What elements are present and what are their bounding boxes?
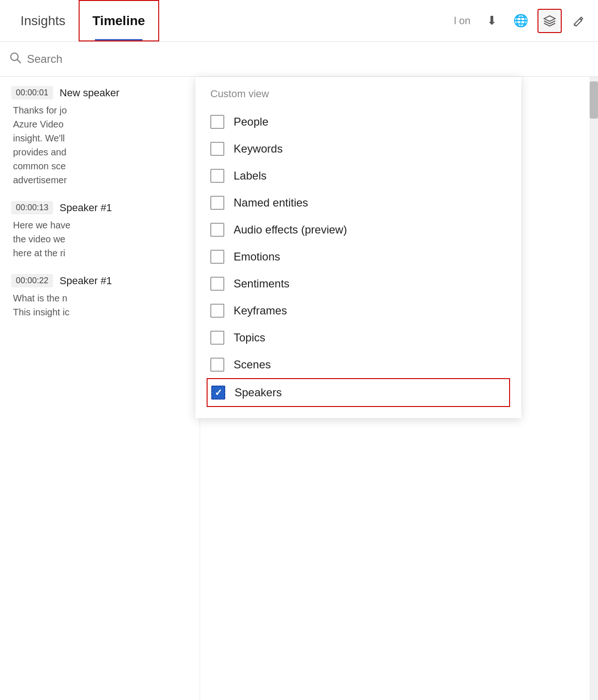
header-text: l on (454, 15, 470, 27)
custom-view-item-scenes[interactable]: Scenes (210, 351, 506, 378)
search-icon (9, 52, 21, 67)
checkbox-label-labels: Labels (234, 169, 267, 182)
checkbox-label-scenes: Scenes (234, 358, 271, 371)
tab-bar: Insights Timeline l on ⬇ 🌐 (0, 0, 598, 42)
layers-icon[interactable] (538, 9, 562, 33)
speaker-label: 00:00:22 Speaker #1 (11, 274, 188, 287)
timeline-panel: 00:00:01 New speaker Thanks for joAzure … (0, 77, 200, 700)
svg-line-2 (17, 60, 20, 63)
custom-view-item-keywords[interactable]: Keywords (210, 135, 506, 162)
checkbox-speakers[interactable] (211, 386, 225, 400)
download-icon[interactable]: ⬇ (480, 9, 504, 33)
checkbox-label-speakers: Speakers (235, 386, 282, 399)
custom-view-item-emotions[interactable]: Emotions (210, 243, 506, 270)
custom-view-item-people[interactable]: People (210, 108, 506, 135)
custom-view-item-keyframes[interactable]: Keyframes (210, 297, 506, 324)
checkbox-label-topics: Topics (234, 331, 265, 344)
timestamp: 00:00:22 (11, 274, 53, 287)
checkbox-topics[interactable] (210, 331, 224, 345)
tab-insights-label: Insights (20, 13, 66, 28)
speaker-name: New speaker (60, 87, 119, 99)
checkbox-label-named-entities: Named entities (234, 196, 308, 209)
checkbox-label-keyframes: Keyframes (234, 304, 287, 317)
scrollbar-thumb[interactable] (590, 81, 598, 119)
custom-view-item-labels[interactable]: Labels (210, 162, 506, 189)
speaker-label: 00:00:13 Speaker #1 (11, 201, 188, 214)
custom-view-item-speakers[interactable]: Speakers (207, 378, 510, 407)
custom-view-dropdown: Custom view People Keywords Labels Named… (195, 77, 521, 418)
custom-view-item-topics[interactable]: Topics (210, 324, 506, 351)
edit-icon[interactable] (566, 9, 591, 33)
timestamp: 00:00:01 (11, 86, 53, 100)
checkbox-labels[interactable] (210, 169, 224, 183)
tab-timeline[interactable]: Timeline (79, 0, 159, 41)
speech-text: What is the nThis insight ic (11, 291, 188, 319)
custom-view-item-sentiments[interactable]: Sentiments (210, 270, 506, 297)
toolbar-icons: ⬇ 🌐 (480, 9, 591, 33)
timeline-entry: 00:00:01 New speaker Thanks for joAzure … (11, 86, 188, 187)
custom-view-item-audio-effects[interactable]: Audio effects (preview) (210, 216, 506, 243)
checkbox-label-keywords: Keywords (234, 142, 282, 155)
tab-insights[interactable]: Insights (7, 0, 79, 41)
checkbox-scenes[interactable] (210, 358, 224, 372)
speaker-name: Speaker #1 (60, 275, 112, 287)
checkbox-people[interactable] (210, 115, 224, 129)
custom-view-item-named-entities[interactable]: Named entities (210, 189, 506, 216)
custom-view-title: Custom view (210, 88, 506, 100)
timeline-entry: 00:00:22 Speaker #1 What is the nThis in… (11, 274, 188, 319)
checkbox-named-entities[interactable] (210, 196, 224, 210)
globe-icon[interactable]: 🌐 (509, 9, 533, 33)
checkbox-emotions[interactable] (210, 250, 224, 264)
scrollbar[interactable] (590, 77, 598, 700)
timestamp: 00:00:13 (11, 201, 53, 214)
speech-text: Thanks for joAzure Videoinsight. We'llpr… (11, 103, 188, 187)
search-bar (0, 42, 598, 77)
checkbox-label-sentiments: Sentiments (234, 277, 289, 290)
checkbox-keyframes[interactable] (210, 304, 224, 318)
svg-marker-0 (544, 16, 555, 21)
speaker-name: Speaker #1 (60, 202, 112, 214)
speaker-label: 00:00:01 New speaker (11, 86, 188, 100)
timeline-entry: 00:00:13 Speaker #1 Here we havethe vide… (11, 201, 188, 260)
tab-timeline-label: Timeline (93, 13, 145, 28)
checkbox-sentiments[interactable] (210, 277, 224, 291)
checkbox-label-emotions: Emotions (234, 250, 280, 263)
search-input[interactable] (27, 53, 120, 66)
checkbox-label-people: People (234, 115, 269, 128)
speech-text: Here we havethe video wehere at the ri (11, 218, 188, 260)
main-container: 00:00:01 New speaker Thanks for joAzure … (0, 77, 598, 700)
checkbox-label-audio-effects: Audio effects (preview) (234, 223, 347, 236)
checkbox-keywords[interactable] (210, 142, 224, 156)
checkbox-audio-effects[interactable] (210, 223, 224, 237)
